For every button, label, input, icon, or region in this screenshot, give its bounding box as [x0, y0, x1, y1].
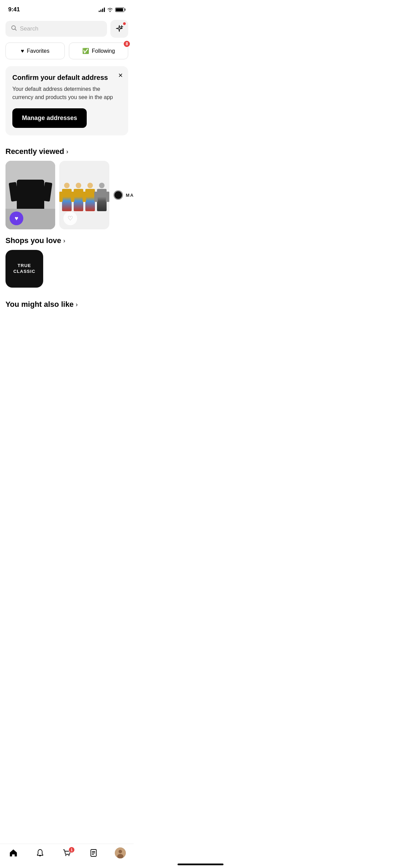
- search-placeholder-text: Search: [20, 25, 38, 32]
- manage-addresses-button[interactable]: Manage addresses: [12, 108, 87, 128]
- might-also-like-title: You might also like: [5, 300, 74, 309]
- search-section: Search: [0, 17, 134, 40]
- mattel-image: MATTEL CREATIONS: [113, 161, 134, 229]
- following-tab[interactable]: ✅ Following 8: [69, 43, 128, 59]
- following-badge: 8: [123, 40, 131, 48]
- true-classic-shop-card[interactable]: TRUECLASSIC: [5, 250, 43, 288]
- svg-point-0: [110, 11, 111, 12]
- might-also-like-chevron-icon[interactable]: ›: [76, 301, 78, 308]
- favorites-tab[interactable]: ♥ Favorites: [5, 43, 65, 59]
- heart-icon: ♥: [21, 48, 24, 54]
- shops-you-love-header: Shops you love ›: [0, 229, 134, 250]
- might-also-like-section: You might also like ›: [0, 293, 134, 355]
- following-tab-label: Following: [92, 48, 115, 54]
- recently-viewed-header: Recently viewed ›: [0, 140, 134, 161]
- mattel-logo: MATTEL CREATIONS: [113, 190, 134, 200]
- product-card-mattel[interactable]: MATTEL CREATIONS: [113, 161, 134, 229]
- heart-outline-icon: ♡: [68, 215, 73, 222]
- status-icons: [99, 7, 125, 12]
- product-card-heman[interactable]: ♡: [59, 161, 109, 229]
- search-bar[interactable]: Search: [5, 21, 107, 37]
- wifi-icon: [107, 7, 113, 12]
- close-banner-button[interactable]: ×: [118, 72, 123, 79]
- checkmark-circle-icon: ✅: [82, 48, 89, 54]
- shirt-favorite-button[interactable]: ♥: [10, 212, 23, 225]
- product-card-shirt[interactable]: ♥: [5, 161, 55, 229]
- sparkle-icon: [115, 24, 124, 33]
- sparkle-notification-dot: [123, 22, 126, 25]
- status-bar: 9:41: [0, 0, 134, 17]
- address-banner: × Confirm your default address Your defa…: [5, 66, 128, 135]
- mattel-logo-text: MATTEL CREATIONS: [126, 193, 134, 198]
- might-also-like-header: You might also like ›: [0, 293, 134, 314]
- heman-favorite-button[interactable]: ♡: [63, 212, 77, 225]
- favorites-tab-label: Favorites: [27, 48, 49, 54]
- signal-icon: [99, 7, 105, 12]
- banner-title: Confirm your default address: [12, 74, 121, 82]
- recently-viewed-title: Recently viewed: [5, 147, 64, 156]
- sparkle-button[interactable]: [110, 20, 128, 38]
- heart-filled-icon: ♥: [15, 215, 19, 222]
- shops-scroll: TRUECLASSIC: [0, 250, 134, 293]
- battery-icon: [115, 8, 125, 12]
- recently-viewed-chevron-icon[interactable]: ›: [66, 148, 68, 155]
- status-time: 9:41: [8, 6, 20, 13]
- tab-section: ♥ Favorites ✅ Following 8: [0, 40, 134, 61]
- mattel-logo-dot: [113, 190, 123, 200]
- banner-description: Your default address determines the curr…: [12, 85, 121, 101]
- search-icon: [11, 25, 17, 33]
- shop-name: TRUECLASSIC: [13, 263, 35, 275]
- shops-you-love-chevron-icon[interactable]: ›: [63, 237, 65, 244]
- shops-you-love-title: Shops you love: [5, 236, 61, 245]
- recently-viewed-scroll: ♥: [0, 161, 134, 229]
